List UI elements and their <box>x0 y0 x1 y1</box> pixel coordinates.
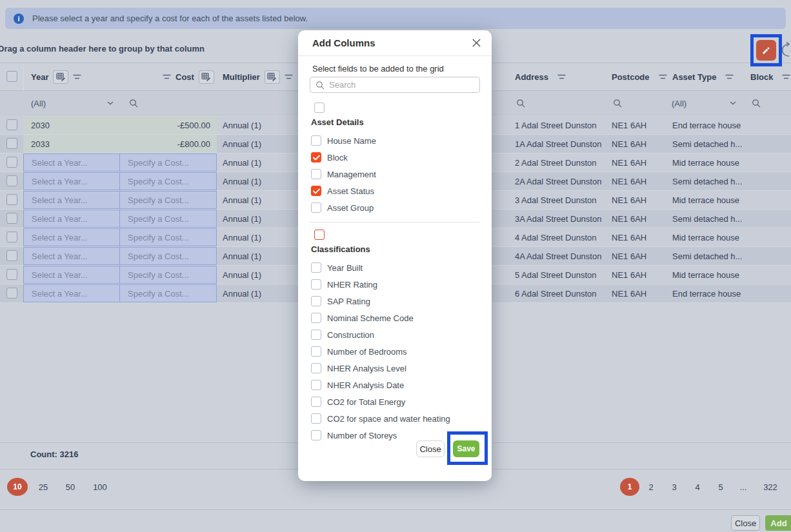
option-checkbox[interactable] <box>311 313 321 323</box>
cost-cell-editor[interactable]: Specify a Cost... <box>119 284 217 302</box>
batch-edit-column-icon[interactable] <box>199 70 214 84</box>
option-checkbox[interactable] <box>311 430 321 440</box>
filter-icon[interactable] <box>659 74 667 80</box>
column-header-multiplier[interactable]: Multiplier <box>223 63 293 90</box>
page-5[interactable]: 5 <box>712 478 730 496</box>
column-option[interactable]: Block <box>310 149 480 166</box>
page-4[interactable]: 4 <box>688 478 706 496</box>
column-option[interactable]: CO2 for Total Energy <box>310 393 480 410</box>
option-checkbox[interactable] <box>311 262 321 273</box>
row-checkbox[interactable] <box>6 288 17 299</box>
page-size-100[interactable]: 100 <box>89 478 111 496</box>
page-1[interactable]: 1 <box>620 478 639 496</box>
year-filter-select[interactable]: (All) <box>31 97 114 109</box>
year-cell-editor[interactable]: Select a Year... <box>23 153 120 172</box>
cost-cell-editor[interactable]: Specify a Cost... <box>119 247 217 265</box>
column-option[interactable]: Construction <box>310 326 480 343</box>
select-all-checkbox[interactable] <box>6 71 17 82</box>
column-header-address[interactable]: Address <box>515 63 566 90</box>
cost-cell-editor[interactable]: Specify a Cost... <box>119 153 217 172</box>
column-option[interactable]: NHER Rating <box>310 276 480 293</box>
column-option[interactable]: Asset Group <box>310 199 480 216</box>
option-checkbox[interactable] <box>311 363 321 373</box>
block-search-icon[interactable] <box>752 99 761 108</box>
option-checkbox[interactable] <box>311 397 321 407</box>
year-cell-editor[interactable]: Select a Year... <box>23 266 120 284</box>
page-322[interactable]: 322 <box>759 478 782 496</box>
row-checkbox[interactable] <box>6 250 17 261</box>
column-header-year[interactable]: Year <box>31 63 81 90</box>
column-header-block[interactable]: Block <box>750 63 790 90</box>
batch-edit-column-icon[interactable] <box>265 70 280 84</box>
year-cost-cell[interactable]: 2033-£800.00 <box>23 135 217 153</box>
filter-icon[interactable] <box>557 74 566 80</box>
page-size-10[interactable]: 10 <box>7 478 28 496</box>
row-checkbox[interactable] <box>6 119 17 130</box>
filter-icon[interactable] <box>163 74 171 80</box>
group-checkbox[interactable] <box>314 230 325 240</box>
column-option[interactable]: NHER Analysis Date <box>310 377 480 393</box>
option-checkbox[interactable] <box>311 413 321 424</box>
option-checkbox[interactable] <box>311 152 321 163</box>
page-3[interactable]: 3 <box>665 478 683 496</box>
filter-icon[interactable] <box>782 74 790 80</box>
column-header-asset-type[interactable]: Asset Type <box>672 63 734 90</box>
filter-icon[interactable] <box>725 74 734 80</box>
option-checkbox[interactable] <box>311 169 321 179</box>
close-icon[interactable] <box>472 38 481 48</box>
year-cell-editor[interactable]: Select a Year... <box>23 210 120 228</box>
row-checkbox[interactable] <box>6 232 17 242</box>
year-cell-editor[interactable]: Select a Year... <box>23 191 120 209</box>
year-cell-editor[interactable]: Select a Year... <box>23 284 120 302</box>
row-checkbox[interactable] <box>6 213 17 224</box>
row-checkbox[interactable] <box>6 194 17 205</box>
filter-icon[interactable] <box>73 74 81 80</box>
batch-edit-column-icon[interactable] <box>53 70 68 84</box>
option-checkbox[interactable] <box>311 296 321 306</box>
group-checkbox[interactable] <box>314 103 325 113</box>
cost-cell-editor[interactable]: Specify a Cost... <box>119 172 217 190</box>
option-checkbox[interactable] <box>311 135 321 146</box>
row-checkbox[interactable] <box>6 269 17 280</box>
column-option[interactable]: CO2 for space and water heating <box>310 410 480 427</box>
cost-cell-editor[interactable]: Specify a Cost... <box>119 191 217 209</box>
asset-type-filter-select[interactable]: (All) <box>672 97 736 109</box>
dialog-close-button[interactable]: Close <box>416 440 445 457</box>
row-checkbox[interactable] <box>6 138 17 149</box>
cost-search-icon[interactable] <box>129 99 138 108</box>
year-cell-editor[interactable]: Select a Year... <box>23 228 120 246</box>
add-button[interactable]: Add <box>765 515 791 531</box>
option-checkbox[interactable] <box>311 186 321 196</box>
year-cost-cell[interactable]: 2030-£500.00 <box>23 116 217 134</box>
column-option[interactable]: Year Built <box>310 259 480 276</box>
column-header-postcode[interactable]: Postcode <box>612 63 667 90</box>
row-checkbox[interactable] <box>6 175 17 186</box>
filter-icon[interactable] <box>285 74 293 80</box>
page-2[interactable]: 2 <box>642 478 660 496</box>
column-header-cost[interactable]: Cost <box>163 63 214 90</box>
option-checkbox[interactable] <box>311 202 321 213</box>
option-checkbox[interactable] <box>311 346 321 357</box>
column-option[interactable]: Nominal Scheme Code <box>310 310 480 326</box>
close-button[interactable]: Close <box>731 515 760 531</box>
column-option[interactable]: Management <box>310 166 480 182</box>
option-checkbox[interactable] <box>311 330 321 340</box>
column-option[interactable]: House Name <box>310 132 480 149</box>
year-cell-editor[interactable]: Select a Year... <box>23 172 120 190</box>
year-cell-editor[interactable]: Select a Year... <box>23 247 120 265</box>
row-checkbox[interactable] <box>6 157 17 168</box>
cost-cell-editor[interactable]: Specify a Cost... <box>119 210 217 228</box>
address-search-icon[interactable] <box>516 99 525 108</box>
column-option[interactable]: NHER Analysis Level <box>310 360 480 377</box>
page-size-25[interactable]: 25 <box>34 478 52 496</box>
option-checkbox[interactable] <box>311 279 321 290</box>
postcode-search-icon[interactable] <box>613 99 622 108</box>
page-size-50[interactable]: 50 <box>61 478 79 496</box>
column-option[interactable]: Asset Status <box>310 182 480 199</box>
cost-cell-editor[interactable]: Specify a Cost... <box>119 228 217 246</box>
cost-cell-editor[interactable]: Specify a Cost... <box>119 266 217 284</box>
search-input[interactable]: Search <box>310 77 480 93</box>
column-option[interactable]: SAP Rating <box>310 293 480 310</box>
option-checkbox[interactable] <box>311 380 321 390</box>
column-option[interactable]: Number of Bedrooms <box>310 343 480 360</box>
